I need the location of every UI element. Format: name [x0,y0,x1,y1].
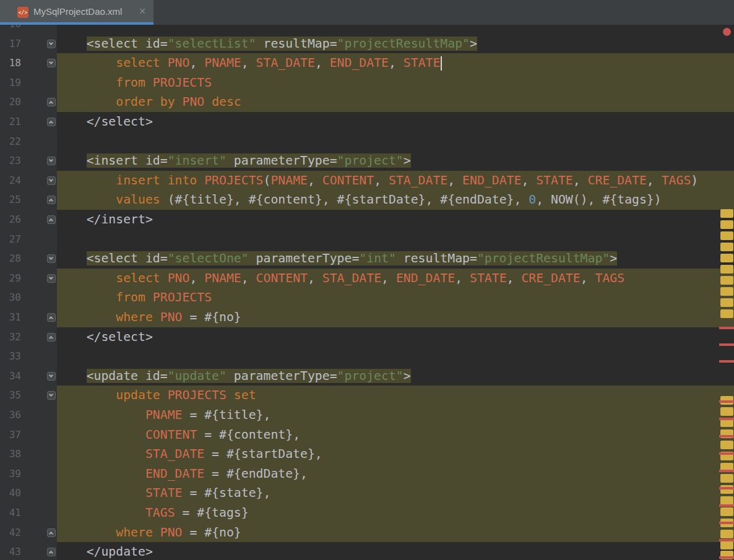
code-token [57,75,116,90]
code-line-42[interactable]: 42 where PNO = #{no} [0,523,734,543]
code-token: , [455,271,470,285]
fold-end-icon[interactable] [47,118,56,126]
fold-start-icon[interactable] [47,157,56,165]
inspections-indicator-icon[interactable] [723,28,731,36]
warning-stripe-marker[interactable] [720,309,733,318]
code-token: update [116,388,167,402]
code-line-31[interactable]: 31 where PNO = #{no} [0,308,734,327]
code-line-20[interactable]: 20 order by PNO desc [0,92,734,112]
error-stripe-marker[interactable] [719,400,734,403]
warning-stripe-marker[interactable] [720,541,733,549]
code-token: "projectResultMap" [477,251,610,265]
code-token: #{tags} [197,506,248,520]
warning-stripe-marker[interactable] [720,474,733,483]
warning-stripe-marker[interactable] [720,243,733,251]
code-line-21[interactable]: 21 </select> [0,112,734,132]
error-stripe-marker[interactable] [719,470,734,472]
fold-start-icon[interactable] [47,274,56,283]
warning-stripe-marker[interactable] [720,265,733,274]
code-token: ( [263,173,270,187]
code-line-19[interactable]: 19 from PROJECTS [0,73,734,93]
warning-stripe-marker[interactable] [720,407,733,416]
chevron-up-icon [49,218,53,223]
code-token: , [647,173,662,187]
code-line-17[interactable]: 17 <select id="selectList" resultMap="pr… [0,34,734,54]
error-stripe-marker[interactable] [719,539,734,541]
warning-stripe-marker[interactable] [720,276,733,285]
error-stripe[interactable] [719,0,734,560]
error-stripe-marker[interactable] [719,435,734,437]
code-line-18[interactable]: 18! select PNO, PNAME, STA_DATE, END_DAT… [0,53,734,73]
warning-stripe-marker[interactable] [720,441,733,449]
error-stripe-marker[interactable] [719,418,734,420]
fold-start-icon[interactable] [47,254,56,263]
code-line-43[interactable]: 43 </update> [0,542,734,560]
code-line-24[interactable]: 24 insert into PROJECTS(PNAME, CONTENT, … [0,171,734,191]
code-token: , [189,56,204,70]
fold-end-icon[interactable] [47,98,56,106]
warning-stripe-marker[interactable] [720,298,733,307]
code-token: PNAME [204,56,241,70]
warning-stripe-marker[interactable] [720,287,733,296]
fold-start-icon[interactable] [47,40,56,48]
error-stripe-marker[interactable] [719,343,734,346]
code-line-28[interactable]: 28 <select id="selectOne" parameterType=… [0,249,734,269]
code-line-26[interactable]: 26 </insert> [0,210,734,230]
editor-rows[interactable]: 1617 <select id="selectList" resultMap="… [0,0,734,560]
code-token: , [315,56,330,70]
error-stripe-marker[interactable] [719,452,734,455]
code-line-33[interactable]: 33 [0,347,734,366]
line-number: 24 [0,171,21,191]
error-stripe-marker[interactable] [719,556,734,559]
fold-start-icon[interactable] [47,59,56,67]
code-token [57,486,145,500]
code-line-41[interactable]: 41 TAGS = #{tags} [0,503,734,523]
warning-stripe-marker[interactable] [720,530,733,538]
fold-end-icon[interactable] [47,196,56,204]
error-stripe-marker[interactable] [719,487,734,489]
code-line-36[interactable]: 36 PNAME = #{title}, [0,405,734,425]
fold-end-icon[interactable] [47,313,56,322]
code-text: from PROJECTS [57,73,734,93]
code-line-34[interactable]: 34 <update id="update" parameterType="pr… [0,366,734,386]
chevron-down-icon [49,373,53,377]
warning-stripe-marker[interactable] [720,231,733,240]
warning-stripe-marker[interactable] [720,209,733,218]
fold-start-icon[interactable] [47,176,56,185]
error-stripe-marker[interactable] [719,522,734,524]
code-token: "project" [337,369,404,383]
warning-stripe-marker[interactable] [720,496,733,505]
code-line-37[interactable]: 37 CONTENT = #{content}, [0,425,734,445]
code-line-29[interactable]: 29 select PNO, PNAME, CONTENT, STA_DATE,… [0,269,734,288]
fold-end-icon[interactable] [47,333,56,342]
fold-end-icon[interactable] [47,528,56,537]
chevron-down-icon [49,392,53,397]
code-line-39[interactable]: 39 END_DATE = #{endDate}, [0,464,734,484]
error-stripe-marker[interactable] [719,360,734,363]
code-line-25[interactable]: 25 values (#{title}, #{content}, #{start… [0,190,734,210]
warning-stripe-marker[interactable] [720,254,733,262]
tab-close-icon[interactable]: ✕ [139,0,146,23]
code-line-27[interactable]: 27 [0,230,734,249]
warning-stripe-marker[interactable] [720,507,733,516]
code-line-35[interactable]: 35 update PROJECTS set [0,386,734,405]
code-token: PROJECTS [153,75,212,90]
code-line-32[interactable]: 32 </select> [0,327,734,347]
editor-tab[interactable]: </> MySqlProjectDao.xml ✕ [0,0,153,25]
code-line-23[interactable]: 23 <insert id="insert" parameterType="pr… [0,151,734,171]
code-line-38[interactable]: 38 STA_DATE = #{startDate}, [0,444,734,464]
code-token: , [308,173,322,187]
error-stripe-marker[interactable] [719,327,734,329]
fold-end-icon[interactable] [47,548,56,556]
code-line-40[interactable]: 40 STATE = #{state}, [0,483,734,503]
code-token: CONTENT [145,428,197,442]
code-token: #{title} [175,192,234,207]
fold-end-icon[interactable] [47,215,56,224]
code-line-30[interactable]: 30 from PROJECTS [0,288,734,308]
fold-start-icon[interactable] [47,391,56,400]
fold-start-icon[interactable] [47,372,56,381]
warning-stripe-marker[interactable] [720,220,733,229]
code-line-22[interactable]: 22 [0,132,734,152]
error-stripe-marker[interactable] [719,504,734,507]
line-number: 37 [0,425,21,445]
